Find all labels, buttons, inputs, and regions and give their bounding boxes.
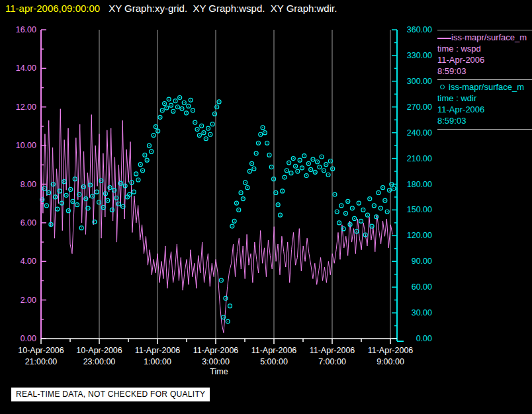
right-axis-tick-label: 60.00: [412, 282, 432, 292]
legend-field-label: time : wspd: [437, 43, 532, 54]
legend-series-row: iss-mapr/surface_m: [437, 81, 532, 93]
right-axis-tick-label: 0.00: [416, 334, 432, 343]
left-axis-tick-label: 0.00: [21, 334, 36, 343]
right-axis-tick-label: 330.00: [407, 51, 432, 60]
legend-time: 8:59:03: [437, 115, 532, 126]
left-axis-tick-label: 12.00: [16, 103, 36, 112]
legend-field-label: time : wdir: [437, 93, 532, 104]
left-axis-tick-label: 10.00: [16, 141, 36, 150]
quality-banner: REAL-TIME DATA, NOT CHECKED FOR QUALITY: [11, 388, 210, 401]
x-axis-time-label: 23:00:00: [83, 357, 116, 366]
wspd-line-swatch-icon: [437, 38, 451, 39]
xy-graph-window: { "window": { "title_timestamp": "11-apr…: [0, 0, 532, 414]
legend-series-name: iss-mapr/surface_m: [449, 82, 524, 92]
legend-date: 11-Apr-2006: [437, 54, 532, 65]
legend-entry-wspd: iss-mapr/surface_m time : wspd 11-Apr-20…: [437, 30, 532, 79]
left-axis-tick-label: 8.00: [21, 180, 36, 189]
right-axis-tick-label: 90.00: [412, 257, 432, 266]
legend-series-name: iss-mapr/surface_m: [451, 32, 527, 42]
wdir-circle-marker-icon: [440, 85, 445, 89]
right-axis-tick-label: 180.00: [407, 180, 432, 189]
right-axis-tick-label: 240.00: [407, 128, 432, 138]
right-axis-tick-label: 150.00: [407, 205, 432, 214]
x-axis-date-label: 10-Apr-2006: [76, 346, 122, 355]
right-axis-tick-label: 30.00: [412, 308, 432, 317]
left-axis-tick-label: 2.00: [21, 296, 36, 305]
x-axis-date-label: 11-Apr-2006: [368, 346, 414, 355]
x-axis-title: Time: [210, 367, 228, 376]
x-axis-date-label: 11-Apr-2006: [135, 346, 181, 355]
legend: iss-mapr/surface_m time : wspd 11-Apr-20…: [437, 30, 532, 130]
right-axis-tick-label: 120.00: [407, 231, 432, 240]
x-axis: 10-Apr-200621:00:0010-Apr-200623:00:0011…: [18, 339, 413, 376]
legend-entry-wdir: iss-mapr/surface_m time : wdir 11-Apr-20…: [437, 79, 532, 130]
x-axis-date-label: 11-Apr-2006: [193, 346, 239, 355]
x-axis-time-label: 21:00:00: [25, 357, 58, 366]
left-axis-tick-label: 6.00: [21, 218, 36, 228]
x-axis-time-label: 1:00:00: [144, 357, 171, 366]
left-axis-tick-label: 16.00: [16, 25, 36, 34]
x-axis-date-label: 11-Apr-2006: [251, 346, 297, 355]
left-axis-tick-label: 14.00: [16, 63, 36, 73]
x-axis-time-label: 3:00:00: [202, 357, 230, 366]
legend-time: 8:59:03: [437, 65, 532, 77]
legend-date: 11-Apr-2006: [437, 104, 532, 115]
legend-series-row: iss-mapr/surface_m: [437, 32, 532, 43]
x-axis-time-label: 5:00:00: [260, 357, 288, 366]
x-axis-date-label: 11-Apr-2006: [310, 346, 355, 355]
left-axis-tick-label: 4.00: [21, 257, 36, 266]
x-axis-date-label: 10-Apr-2006: [18, 346, 64, 355]
left-axis: 16.0014.0012.0010.008.006.004.002.000.00: [16, 25, 46, 343]
right-axis-tick-label: 300.00: [407, 77, 432, 86]
right-axis-tick-label: 210.00: [407, 154, 432, 163]
right-axis: 360.00330.00300.00270.00240.00210.00180.…: [392, 25, 432, 343]
right-axis-tick-label: 360.00: [407, 25, 432, 34]
x-axis-time-label: 9:00:00: [377, 357, 404, 366]
x-axis-time-label: 7:00:00: [318, 357, 346, 366]
right-axis-tick-label: 270.00: [407, 103, 432, 112]
